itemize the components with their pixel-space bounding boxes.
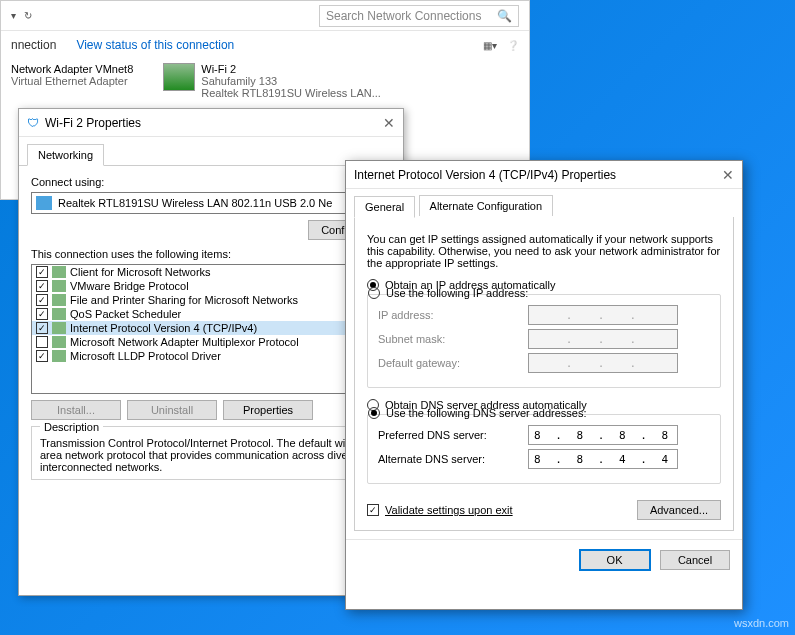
- close-icon[interactable]: ✕: [722, 167, 734, 183]
- adapter-hw: Realtek RTL8191SU Wireless LAN...: [201, 87, 381, 99]
- dialog-title: Wi-Fi 2 Properties: [45, 116, 141, 130]
- tab-alternate[interactable]: Alternate Configuration: [419, 195, 554, 216]
- adapter-sub: Virtual Ethernet Adapter: [11, 75, 133, 87]
- watermark: wsxdn.com: [734, 617, 789, 629]
- help-icon[interactable]: ❔: [507, 40, 519, 51]
- validate-checkbox[interactable]: Validate settings upon exit: [367, 504, 513, 516]
- item-label: Microsoft Network Adapter Multiplexor Pr…: [70, 336, 299, 348]
- dialog-title: Internet Protocol Version 4 (TCP/IPv4) P…: [354, 168, 616, 182]
- install-button[interactable]: Install...: [31, 400, 121, 420]
- description-title: Description: [40, 421, 103, 433]
- preferred-dns-input[interactable]: [528, 425, 678, 445]
- radio-icon[interactable]: [368, 407, 380, 419]
- component-icon: [52, 350, 66, 362]
- adapter-select[interactable]: Realtek RTL8191SU Wireless LAN 802.11n U…: [31, 192, 391, 214]
- checkbox-icon[interactable]: [36, 266, 48, 278]
- checkbox-icon[interactable]: [36, 322, 48, 334]
- checkbox-icon[interactable]: [36, 308, 48, 320]
- refresh-icon[interactable]: ↻: [24, 10, 32, 21]
- wifi-adapter-icon: [163, 63, 195, 91]
- ipv4-properties-dialog: Internet Protocol Version 4 (TCP/IPv4) P…: [345, 160, 743, 610]
- cancel-button[interactable]: Cancel: [660, 550, 730, 570]
- component-icon: [52, 336, 66, 348]
- component-icon: [52, 280, 66, 292]
- item-label: File and Printer Sharing for Microsoft N…: [70, 294, 298, 306]
- connect-using-label: Connect using:: [31, 176, 391, 188]
- list-item[interactable]: Microsoft LLDP Protocol Driver: [32, 349, 390, 363]
- hint-text: You can get IP settings assigned automat…: [367, 233, 721, 269]
- gateway-label: Default gateway:: [378, 357, 528, 369]
- adapter-vmnet8[interactable]: Network Adapter VMnet8 Virtual Ethernet …: [11, 63, 133, 99]
- ok-button[interactable]: OK: [580, 550, 650, 570]
- tab-networking[interactable]: Networking: [27, 144, 104, 166]
- properties-button[interactable]: Properties: [223, 400, 313, 420]
- list-item[interactable]: VMware Bridge Protocol: [32, 279, 390, 293]
- item-label: Internet Protocol Version 4 (TCP/IPv4): [70, 322, 257, 334]
- item-label: Microsoft LLDP Protocol Driver: [70, 350, 221, 362]
- item-label: VMware Bridge Protocol: [70, 280, 189, 292]
- view-icon[interactable]: ▦▾: [483, 40, 497, 51]
- ip-address-input: [528, 305, 678, 325]
- gateway-input: [528, 353, 678, 373]
- adapter-text: Realtek RTL8191SU Wireless LAN 802.11n U…: [58, 197, 332, 209]
- ip-address-label: IP address:: [378, 309, 528, 321]
- component-icon: [52, 266, 66, 278]
- close-icon[interactable]: ✕: [383, 115, 395, 131]
- items-label: This connection uses the following items…: [31, 248, 391, 260]
- items-list[interactable]: Client for Microsoft NetworksVMware Brid…: [31, 264, 391, 394]
- checkbox-icon[interactable]: [36, 350, 48, 362]
- adapter-name: Network Adapter VMnet8: [11, 63, 133, 75]
- adapter-name: Wi-Fi 2: [201, 63, 381, 75]
- list-item[interactable]: Internet Protocol Version 4 (TCP/IPv4): [32, 321, 390, 335]
- list-item[interactable]: Microsoft Network Adapter Multiplexor Pr…: [32, 335, 390, 349]
- search-input[interactable]: Search Network Connections 🔍: [319, 5, 519, 27]
- chevron-down-icon[interactable]: ▾: [11, 10, 16, 21]
- checkbox-icon[interactable]: [36, 336, 48, 348]
- subnet-input: [528, 329, 678, 349]
- radio-ip-manual[interactable]: Use the following IP address:: [386, 287, 528, 299]
- checkbox-icon: [367, 504, 379, 516]
- adapter-wifi2[interactable]: Wi-Fi 2 Sahufamily 133 Realtek RTL8191SU…: [163, 63, 381, 99]
- advanced-button[interactable]: Advanced...: [637, 500, 721, 520]
- description-text: Transmission Control Protocol/Internet P…: [40, 437, 382, 473]
- alternate-dns-input[interactable]: [528, 449, 678, 469]
- item-label: Client for Microsoft Networks: [70, 266, 211, 278]
- radio-icon[interactable]: [368, 287, 380, 299]
- component-icon: [52, 322, 66, 334]
- shield-icon: 🛡: [27, 116, 39, 130]
- toolbar-view-status[interactable]: View status of this connection: [76, 38, 234, 52]
- component-icon: [52, 308, 66, 320]
- tab-general[interactable]: General: [354, 196, 415, 218]
- component-icon: [52, 294, 66, 306]
- checkbox-icon[interactable]: [36, 294, 48, 306]
- preferred-dns-label: Preferred DNS server:: [378, 429, 528, 441]
- search-placeholder: Search Network Connections: [326, 9, 481, 23]
- list-item[interactable]: Client for Microsoft Networks: [32, 265, 390, 279]
- alternate-dns-label: Alternate DNS server:: [378, 453, 528, 465]
- toolbar-connection[interactable]: nnection: [11, 38, 56, 52]
- list-item[interactable]: QoS Packet Scheduler: [32, 307, 390, 321]
- list-item[interactable]: File and Printer Sharing for Microsoft N…: [32, 293, 390, 307]
- subnet-label: Subnet mask:: [378, 333, 528, 345]
- item-label: QoS Packet Scheduler: [70, 308, 181, 320]
- radio-dns-manual[interactable]: Use the following DNS server addresses:: [386, 407, 587, 419]
- description-box: Description Transmission Control Protoco…: [31, 426, 391, 480]
- search-icon: 🔍: [497, 9, 512, 23]
- adapter-ssid: Sahufamily 133: [201, 75, 381, 87]
- checkbox-icon[interactable]: [36, 280, 48, 292]
- uninstall-button[interactable]: Uninstall: [127, 400, 217, 420]
- nic-icon: [36, 196, 52, 210]
